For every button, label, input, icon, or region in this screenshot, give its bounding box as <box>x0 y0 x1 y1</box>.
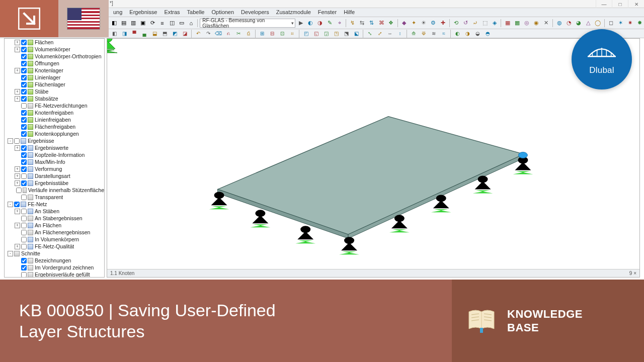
toolbar-button-2[interactable]: ▥ <box>129 19 137 28</box>
toolbar-button-8[interactable]: ⌂ <box>187 19 195 28</box>
tree-checkbox[interactable] <box>21 258 27 263</box>
tree-item-14[interactable]: -Ergebnisse <box>5 137 104 144</box>
tree-item-5[interactable]: Linienlager <box>5 74 104 81</box>
tree-item-15[interactable]: +Ergebniswerte <box>5 144 104 151</box>
toolbar2-button-1[interactable]: ◨ <box>120 29 129 38</box>
toolbar-button-b32[interactable]: ✷ <box>626 19 634 28</box>
tree-checkbox[interactable] <box>21 216 27 221</box>
tree-item-11[interactable]: Linienfreigaben <box>5 116 104 123</box>
toolbar2-button-41[interactable]: ◓ <box>483 29 492 38</box>
tree-checkbox[interactable] <box>21 244 27 249</box>
tree-checkbox[interactable] <box>21 82 27 87</box>
toolbar2-button-14[interactable]: ⎙ <box>244 29 253 38</box>
window-maximize-button[interactable]: □ <box>612 0 628 8</box>
tree-checkbox[interactable] <box>21 152 27 158</box>
tree-checkbox[interactable] <box>21 159 27 165</box>
toolbar-button-b19[interactable]: ◈ <box>490 19 499 28</box>
tree-checkbox[interactable] <box>14 138 20 144</box>
tree-checkbox[interactable] <box>21 61 27 66</box>
toolbar-button-b6[interactable]: ⇆ <box>358 19 366 28</box>
module-combo[interactable]: RF-GLAS - Bemessung von Glasflächen <box>200 19 295 28</box>
toolbar2-button-28[interactable]: ⤡ <box>365 29 374 38</box>
toolbar2-button-18[interactable]: ⊡ <box>278 29 287 38</box>
toolbar2-button-0[interactable]: ◧ <box>110 29 119 38</box>
toolbar-button-b29[interactable]: ◯ <box>594 19 602 28</box>
tree-checkbox[interactable] <box>21 180 27 186</box>
toolbar-button-0[interactable]: ◧ <box>110 19 118 28</box>
tree-checkbox[interactable] <box>21 96 27 102</box>
toolbar2-button-38[interactable]: ◐ <box>453 29 462 38</box>
menu-ergebnisse[interactable]: Ergebnisse <box>126 8 160 17</box>
toolbar-button-b8[interactable]: ⌘ <box>377 19 386 28</box>
tree-checkbox[interactable] <box>21 47 27 52</box>
tree-item-29[interactable]: +FE-Netz-Qualität <box>5 243 104 250</box>
tree-item-13[interactable]: Knotenkopplungen <box>5 130 104 137</box>
tree-item-4[interactable]: +Knotenlager <box>5 67 104 74</box>
menu-tabelle[interactable]: Tabelle <box>184 8 208 17</box>
tree-checkbox[interactable] <box>21 124 27 130</box>
tree-item-10[interactable]: Knotenfreigaben <box>5 109 104 116</box>
toolbar2-button-30[interactable]: ↔ <box>385 29 394 38</box>
tree-twisty-icon[interactable]: + <box>15 173 20 179</box>
toolbar-button-b10[interactable]: ◆ <box>400 19 409 28</box>
toolbar2-button-17[interactable]: ⊟ <box>268 29 277 38</box>
toolbar-button-b12[interactable]: ☀ <box>419 19 428 28</box>
toolbar2-button-26[interactable]: ⬕ <box>352 29 361 38</box>
toolbar2-button-35[interactable]: ≋ <box>429 29 438 38</box>
tree-item-12[interactable]: Flächenfreigaben <box>5 123 104 130</box>
toolbar-button-b5[interactable]: ↯ <box>348 19 357 28</box>
menu-ung[interactable]: ung <box>110 8 126 17</box>
tree-checkbox[interactable] <box>21 54 27 59</box>
toolbar-button-b14[interactable]: ✚ <box>438 19 447 28</box>
tree-twisty-icon[interactable]: + <box>15 40 20 45</box>
toolbar-button-b21[interactable]: ▩ <box>513 19 521 28</box>
tree-checkbox[interactable] <box>16 188 22 193</box>
toolbar-button-b1[interactable]: ◐ <box>306 19 315 28</box>
tree-checkbox[interactable] <box>21 117 27 123</box>
tree-twisty-icon[interactable]: + <box>15 209 20 214</box>
tree-checkbox[interactable] <box>21 230 27 235</box>
toolbar-button-3[interactable]: ▣ <box>138 19 147 28</box>
toolbar-button-b31[interactable]: ✶ <box>616 19 625 28</box>
toolbar-button-b20[interactable]: ▦ <box>503 19 512 28</box>
tree-item-19[interactable]: +Darstellungsart <box>5 172 104 179</box>
toolbar2-button-33[interactable]: ⟰ <box>409 29 418 38</box>
tree-checkbox[interactable] <box>21 89 27 95</box>
navigator-display-tree[interactable]: +Flächen+VolumenkörperVolumenkörper-Orth… <box>4 38 105 278</box>
toolbar-button-b2[interactable]: ◑ <box>316 19 325 28</box>
toolbar-button-1[interactable]: ▤ <box>119 19 128 28</box>
toolbar-button-b7[interactable]: ⇅ <box>367 19 376 28</box>
tree-item-33[interactable]: Ergebnisverläufe gefüllt <box>5 271 104 278</box>
tree-checkbox[interactable] <box>21 145 27 151</box>
tree-item-26[interactable]: +An Flächen <box>5 222 104 229</box>
tree-item-28[interactable]: In Volumenkörpern <box>5 236 104 243</box>
toolbar-button-b23[interactable]: ◉ <box>532 19 541 28</box>
toolbar-button-b30[interactable]: ◻ <box>607 19 615 28</box>
toolbar-button-b15[interactable]: ⟲ <box>452 19 460 28</box>
tree-item-30[interactable]: -Schnitte <box>5 250 104 257</box>
tree-checkbox[interactable] <box>21 195 27 200</box>
toolbar-button-b17[interactable]: ⤾ <box>471 19 479 28</box>
toolbar2-button-25[interactable]: ⬔ <box>342 29 351 38</box>
tree-item-23[interactable]: -FE-Netz <box>5 201 104 208</box>
tree-item-27[interactable]: An Flächenergebnissen <box>5 229 104 236</box>
tree-checkbox[interactable] <box>21 223 27 228</box>
toolbar2-button-13[interactable]: ✂ <box>234 29 243 38</box>
toolbar-button-b25[interactable]: ◍ <box>555 19 564 28</box>
toolbar2-button-19[interactable]: ⌗ <box>288 29 297 38</box>
toolbar2-button-36[interactable]: ≈ <box>439 29 448 38</box>
tree-twisty-icon[interactable]: + <box>15 166 20 172</box>
toolbar-button-5[interactable]: ≡ <box>158 19 167 28</box>
tree-checkbox[interactable] <box>14 202 20 207</box>
menu-optionen[interactable]: Optionen <box>208 8 237 17</box>
tree-item-9[interactable]: FE-Netzverdichtungen <box>5 102 104 109</box>
tree-item-16[interactable]: Kopfzeile-Information <box>5 151 104 158</box>
tree-twisty-icon[interactable]: + <box>15 68 20 73</box>
toolbar-button-b13[interactable]: ⚙ <box>429 19 437 28</box>
toolbar2-button-29[interactable]: ⤢ <box>375 29 384 38</box>
toolbar-button-b28[interactable]: △ <box>584 19 592 28</box>
toolbar2-button-10[interactable]: ↷ <box>204 29 213 38</box>
tree-checkbox[interactable] <box>21 40 27 45</box>
tree-item-7[interactable]: +Stäbe <box>5 88 104 95</box>
toolbar-button-6[interactable]: ◫ <box>168 19 176 28</box>
